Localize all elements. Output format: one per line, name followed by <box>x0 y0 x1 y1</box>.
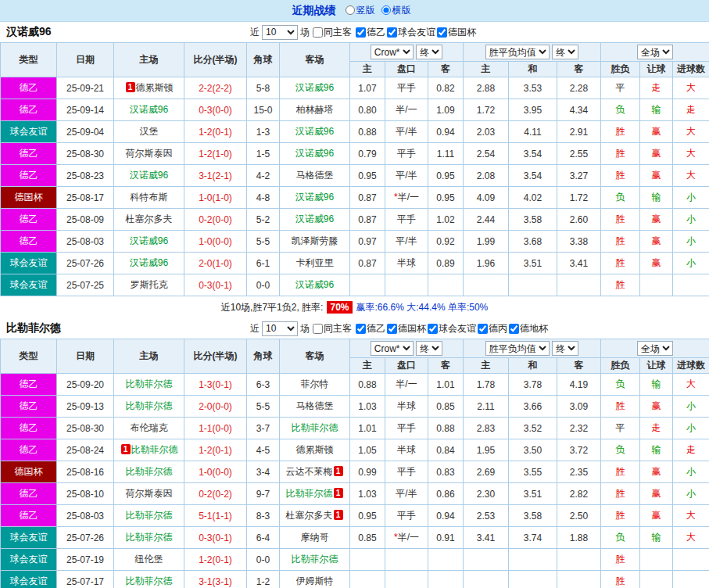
league-filter-checkbox[interactable] <box>509 324 519 334</box>
avg-home-cell <box>464 274 509 296</box>
odds-header-controls: Crow* 终 <box>350 339 464 358</box>
match-row: 德乙25-08-09杜塞尔多夫0-2(0-0)5-2汉诺威960.87平手1.0… <box>1 209 709 231</box>
team-name-text: 杜塞尔多夫 <box>126 213 173 224</box>
corner-cell: 5-8 <box>247 77 280 99</box>
avg-home-cell: 1.99 <box>464 231 509 253</box>
home-team-cell: 比勒菲尔德 <box>114 527 184 549</box>
col-header-handicap-result: 让球 <box>640 62 673 77</box>
away-team-cell: 卡利亚里 <box>280 253 350 274</box>
col-header-result: 胜负 <box>601 62 640 77</box>
avg-away-cell: 3.38 <box>557 231 601 253</box>
league-type-cell: 球会友谊 <box>1 274 57 296</box>
result-goals-cell: 大 <box>673 165 709 187</box>
same-venue-checkbox[interactable] <box>313 324 323 334</box>
avg-draw-cell: 3.74 <box>509 527 557 549</box>
team-name-text: 汉诺威96 <box>130 170 168 181</box>
avg-stage-select[interactable]: 终 <box>552 341 578 356</box>
match-row: 德国杯25-08-17科特布斯1-0(1-0)4-8汉诺威960.87*半/一0… <box>1 187 709 209</box>
odds-source-select[interactable]: Crow* <box>371 341 414 356</box>
same-venue-filter[interactable]: 同主客 <box>313 26 352 39</box>
corner-cell: 5-5 <box>247 396 280 418</box>
odds-away-cell: 1.09 <box>428 99 464 121</box>
scope-select[interactable]: 全场 <box>637 45 673 59</box>
match-row: 德乙25-08-30荷尔斯泰因1-2(1-0)1-5汉诺威960.79平手1.1… <box>1 143 709 165</box>
odds-stage-select[interactable]: 终 <box>416 341 442 356</box>
radio-input[interactable] <box>346 5 355 15</box>
result-handicap-cell <box>640 274 673 296</box>
score-cell: 3-1(3-1) <box>184 571 247 588</box>
same-venue-checkbox[interactable] <box>313 27 323 38</box>
odds-away-cell <box>428 274 464 296</box>
result-handicap-cell: 走 <box>640 418 673 439</box>
col-header-avg-draw: 和 <box>509 62 557 77</box>
filter-controls: 近 10 场 同主客 德乙球会友谊德国杯 <box>250 22 477 42</box>
league-filter-德国杯[interactable]: 德国杯 <box>387 322 426 335</box>
result-outcome-cell: 负 <box>601 527 640 549</box>
league-filter-checkbox[interactable] <box>387 27 397 38</box>
col-header-away: 客场 <box>280 339 350 374</box>
record-summary: 近10场,胜7平1负2, 胜率: 70% 赢率:66.6% 大:44.4% 单率… <box>0 296 709 318</box>
score-cell: 1-0(0-0) <box>184 231 247 253</box>
league-filter-德国杯[interactable]: 德国杯 <box>437 26 476 39</box>
league-type-cell: 球会友谊 <box>1 549 57 571</box>
team-name-text: 凯泽斯劳滕 <box>292 235 338 246</box>
same-venue-label: 同主客 <box>324 26 352 39</box>
radio-input[interactable] <box>381 5 391 15</box>
league-filter-checkbox[interactable] <box>428 324 438 334</box>
score-cell: 3-1(2-1) <box>184 165 247 187</box>
layout-radio-vertical[interactable]: 竖版 <box>346 4 375 17</box>
league-filter-checkbox[interactable] <box>437 27 447 38</box>
col-header-avg-away: 客 <box>557 358 601 374</box>
league-filter-德乙[interactable]: 德乙 <box>356 322 385 335</box>
score-cell: 0-3(0-1) <box>184 274 247 296</box>
result-goals-cell: 大 <box>673 77 709 99</box>
col-header-type: 类型 <box>1 339 57 374</box>
league-filter-checkbox[interactable] <box>478 324 488 334</box>
odds-handicap-cell: 平/半 <box>385 165 428 187</box>
same-venue-filter[interactable]: 同主客 <box>313 322 352 335</box>
avg-stage-select[interactable]: 终 <box>552 45 578 59</box>
result-goals-cell: 大 <box>673 374 709 396</box>
odds-source-select[interactable]: Crow* <box>371 45 414 59</box>
score-cell: 0-2(0-0) <box>184 209 247 231</box>
avg-draw-cell: 3.58 <box>509 209 557 231</box>
team-name-text: 汉堡 <box>140 126 159 137</box>
odds-home-cell: 0.87 <box>350 253 385 274</box>
avg-away-cell: 1.72 <box>557 187 601 209</box>
odds-away-cell: 0.95 <box>428 187 464 209</box>
recent-count-select[interactable]: 10 <box>262 321 298 336</box>
league-filter-球会友谊[interactable]: 球会友谊 <box>387 26 435 39</box>
odds-away-cell: 1.11 <box>428 143 464 165</box>
corner-cell: 3-4 <box>247 461 280 483</box>
result-goals-cell: 小 <box>673 483 709 505</box>
league-filter-checkbox[interactable] <box>387 324 397 334</box>
score-cell: 0-3(0-1) <box>184 527 247 549</box>
league-filter-球会友谊[interactable]: 球会友谊 <box>428 322 476 335</box>
odds-handicap-cell: 半/一 <box>385 374 428 396</box>
score-cell: 1-3(0-1) <box>184 374 247 396</box>
league-filter-checkbox[interactable] <box>356 324 366 334</box>
avg-source-select[interactable]: 胜平负均值 <box>485 341 550 356</box>
league-filter-checkbox[interactable] <box>356 27 366 38</box>
red-card-badge: 1 <box>121 444 131 454</box>
team-name-text: 比勒菲尔德 <box>126 575 173 586</box>
league-filter-德地杯[interactable]: 德地杯 <box>509 322 548 335</box>
recent-count-select[interactable]: 10 <box>262 25 298 40</box>
odds-stage-select[interactable]: 终 <box>416 45 442 59</box>
result-handicap-cell: 赢 <box>640 121 673 143</box>
scope-select[interactable]: 全场 <box>637 341 673 356</box>
odds-home-cell: 0.88 <box>350 121 385 143</box>
score-cell: 2-0(0-0) <box>184 396 247 418</box>
league-filter-德丙[interactable]: 德丙 <box>478 322 507 335</box>
score-cell: 2-2(2-2) <box>184 77 247 99</box>
col-header-score: 比分(半场) <box>184 339 247 374</box>
team-name-text: 汉诺威96 <box>130 257 168 268</box>
layout-radio-horizontal[interactable]: 横版 <box>381 4 411 17</box>
league-filter-label: 德地杯 <box>520 322 548 335</box>
avg-draw-cell: 4.02 <box>509 187 557 209</box>
avg-source-select[interactable]: 胜平负均值 <box>485 45 550 59</box>
red-card-badge: 1 <box>126 82 135 92</box>
avg-away-cell <box>557 549 601 571</box>
date-cell: 25-08-30 <box>57 418 114 439</box>
league-filter-德乙[interactable]: 德乙 <box>356 26 385 39</box>
